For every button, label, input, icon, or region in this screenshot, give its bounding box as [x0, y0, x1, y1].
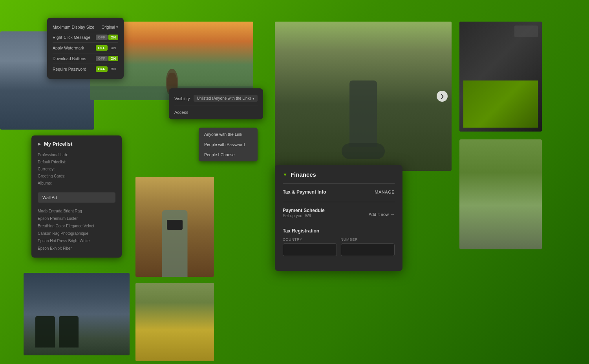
pricelist-info-row-4: Albums:	[38, 180, 115, 187]
number-input[interactable]	[341, 243, 395, 256]
require-password-toggle[interactable]: OFF ON	[96, 66, 119, 72]
watermark-off[interactable]: OFF	[96, 45, 108, 51]
require-password-label: Require Password	[53, 67, 96, 71]
manage-button[interactable]: MANAGE	[375, 190, 395, 194]
access-label: Access	[174, 110, 188, 115]
pricelist-item-4: Epson Hot Press Bright White	[38, 237, 115, 245]
tax-fields: COUNTRY NUMBER	[283, 238, 395, 256]
photo-laptop	[459, 22, 542, 132]
finances-divider	[283, 183, 395, 184]
payment-schedule-section: Payment Schedule Set up your W9 Add it n…	[283, 208, 395, 221]
pricelist-info: Professional Lab: Default Pricelist: Cur…	[38, 152, 115, 187]
access-option-anyone[interactable]: Anyone with the Link	[199, 129, 258, 139]
pricelist-item-1: Epson Premium Luster	[38, 215, 115, 222]
display-size-value[interactable]: Original	[102, 25, 118, 29]
watermark-on[interactable]: ON	[108, 45, 119, 51]
payment-schedule-label: Payment Schedule	[283, 208, 325, 213]
access-option-password[interactable]: People with Password	[199, 139, 258, 150]
laptop-screen-image	[463, 80, 538, 128]
right-click-on[interactable]: ON	[108, 35, 119, 40]
right-click-off[interactable]: OFF	[96, 35, 108, 40]
access-section: Access Anyone with the Link People with …	[174, 106, 258, 115]
download-toggle[interactable]: OFF ON	[96, 56, 119, 61]
download-on[interactable]: ON	[108, 56, 119, 61]
display-settings-row-rightclick: Right-Click Message OFF ON	[53, 32, 118, 43]
finances-panel: ▼ Finances Tax & Payment Info MANAGE Pay…	[275, 165, 402, 271]
pricelist-header: ▶ My Pricelist	[38, 141, 115, 147]
visibility-panel: Visibility Unlisted (Anyone with the Lin…	[169, 88, 263, 119]
right-click-label: Right-Click Message	[53, 35, 96, 40]
finances-arrow-icon: ▼	[283, 172, 287, 177]
display-size-label: Maximum Display Size	[53, 25, 102, 29]
access-option-choose[interactable]: People I Choose	[199, 150, 258, 160]
country-field-group: COUNTRY	[283, 238, 337, 256]
visibility-label: Visibility	[174, 96, 190, 101]
number-field-group: NUMBER	[341, 238, 395, 256]
require-password-on[interactable]: ON	[108, 66, 119, 72]
tax-payment-label: Tax & Payment Info	[283, 189, 326, 195]
payment-schedule-sub: Set up your W9	[283, 213, 325, 218]
require-password-off[interactable]: OFF	[96, 66, 108, 72]
finances-title: Finances	[291, 171, 316, 178]
watermark-label: Apply Watermark	[53, 46, 96, 50]
visibility-row: Visibility Unlisted (Anyone with the Lin…	[174, 92, 258, 106]
display-settings-panel: Maximum Display Size Original Right-Clic…	[47, 18, 124, 79]
pricelist-info-row-0: Professional Lab:	[38, 152, 115, 159]
payment-schedule-info: Payment Schedule Set up your W9	[283, 208, 325, 221]
photo-cyclist: ❯	[275, 22, 452, 171]
country-input[interactable]	[283, 243, 337, 256]
pricelist-arrow-icon: ▶	[38, 142, 41, 146]
nav-arrow-cyclist[interactable]: ❯	[437, 91, 448, 102]
pricelist-title: My Pricelist	[44, 141, 72, 147]
pricelist-wall-art-button[interactable]: Wall Art	[38, 192, 115, 203]
payment-schedule-row: Payment Schedule Set up your W9 Add it n…	[283, 208, 395, 221]
pricelist-items-list: Moab Entrada Bright Rag Epson Premium Lu…	[38, 207, 115, 252]
pricelist-item-2: Breathing Color Elegance Velvet	[38, 222, 115, 230]
pricelist-item-0: Moab Entrada Bright Rag	[38, 207, 115, 215]
tax-payment-section: Tax & Payment Info MANAGE	[283, 189, 395, 195]
photo-photographer	[135, 177, 214, 277]
download-label: Download Buttons	[53, 56, 96, 61]
add-now-link[interactable]: Add it now	[369, 212, 395, 217]
watermark-toggle[interactable]: OFF ON	[96, 45, 119, 51]
pricelist-item-3: Canson Rag Photographique	[38, 230, 115, 237]
pricelist-panel: ▶ My Pricelist Professional Lab: Default…	[31, 135, 122, 258]
visibility-value[interactable]: Unlisted (Anyone with the Link)	[194, 95, 258, 102]
tax-payment-row: Tax & Payment Info MANAGE	[283, 189, 395, 195]
pricelist-info-row-3: Greeting Cards:	[38, 173, 115, 180]
display-settings-row-size: Maximum Display Size Original	[53, 22, 118, 32]
pricelist-item-5: Epson Exhibit Fiber	[38, 245, 115, 252]
number-label: NUMBER	[341, 238, 395, 241]
display-settings-row-watermark: Apply Watermark OFF ON	[53, 43, 118, 53]
tax-registration-title: Tax Registration	[283, 228, 395, 234]
finances-header: ▼ Finances	[283, 171, 395, 178]
display-settings-row-password: Require Password OFF ON	[53, 64, 118, 74]
pricelist-info-row-2: Currency:	[38, 166, 115, 173]
pricelist-info-row-1: Default Pricelist:	[38, 159, 115, 166]
display-settings-row-download: Download Buttons OFF ON	[53, 53, 118, 64]
right-click-toggle[interactable]: OFF ON	[96, 35, 119, 40]
photo-lake-sunset	[24, 273, 130, 355]
tax-registration-section: Tax Registration COUNTRY NUMBER	[283, 228, 395, 256]
finances-divider-2	[283, 202, 395, 202]
country-label: COUNTRY	[283, 238, 337, 241]
access-dropdown: Anyone with the Link People with Passwor…	[199, 128, 258, 161]
photo-forest	[459, 139, 542, 249]
download-off[interactable]: OFF	[96, 56, 108, 61]
photo-field	[135, 283, 214, 361]
